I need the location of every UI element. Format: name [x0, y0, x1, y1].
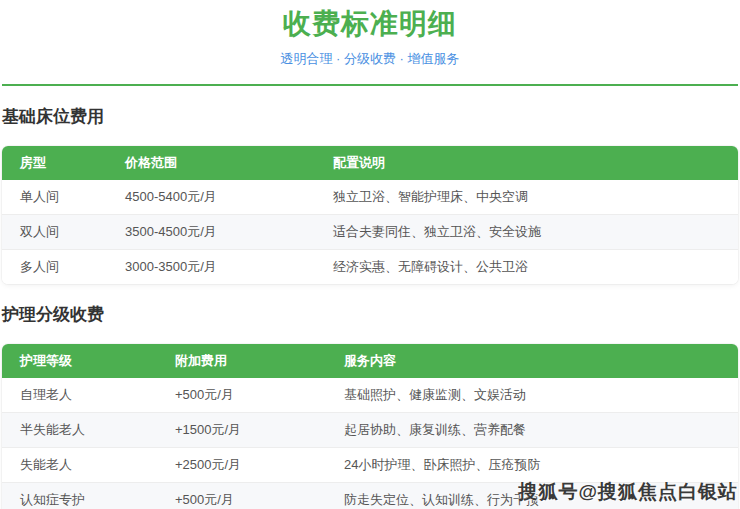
cell-extra-fee: +500元/月: [157, 378, 326, 412]
section-title-nursing-fees: 护理分级收费: [2, 306, 738, 323]
table-row: 自理老人 +500元/月 基础照护、健康监测、文娱活动: [2, 378, 738, 412]
cell-price-range: 3500-4500元/月: [107, 214, 315, 249]
cell-extra-fee: +2500元/月: [157, 447, 326, 482]
cell-care-level: 认知症专护: [2, 482, 157, 509]
cell-services: 基础照护、健康监测、文娱活动: [326, 378, 738, 412]
cell-price-range: 4500-5400元/月: [107, 180, 315, 214]
cell-extra-fee: +500元/月: [157, 482, 326, 509]
column-header-care-level: 护理等级: [2, 344, 157, 378]
cell-config: 独立卫浴、智能护理床、中央空调: [315, 180, 738, 214]
cell-room-type: 多人间: [2, 249, 107, 284]
cell-price-range: 3000-3500元/月: [107, 249, 315, 284]
page-header: 收费标准明细 透明合理 · 分级收费 · 增值服务: [2, 0, 738, 66]
column-header-services: 服务内容: [326, 344, 738, 378]
column-header-price-range: 价格范围: [107, 146, 315, 180]
cell-config: 适合夫妻同住、独立卫浴、安全设施: [315, 214, 738, 249]
table-header-row: 护理等级 附加费用 服务内容: [2, 344, 738, 378]
table-row: 半失能老人 +1500元/月 起居协助、康复训练、营养配餐: [2, 412, 738, 447]
column-header-room-type: 房型: [2, 146, 107, 180]
cell-care-level: 自理老人: [2, 378, 157, 412]
table-row: 认知症专护 +500元/月 防走失定位、认知训练、行为干预: [2, 482, 738, 509]
nursing-fees-table: 护理等级 附加费用 服务内容 自理老人 +500元/月 基础照护、健康监测、文娱…: [2, 344, 738, 509]
section-title-bed-fees: 基础床位费用: [2, 108, 738, 125]
bed-fees-table: 房型 价格范围 配置说明 单人间 4500-5400元/月 独立卫浴、智能护理床…: [2, 146, 738, 284]
table-row: 单人间 4500-5400元/月 独立卫浴、智能护理床、中央空调: [2, 180, 738, 214]
cell-room-type: 双人间: [2, 214, 107, 249]
cell-config: 经济实惠、无障碍设计、公共卫浴: [315, 249, 738, 284]
page-title: 收费标准明细: [2, 0, 738, 40]
cell-care-level: 半失能老人: [2, 412, 157, 447]
column-header-extra-fee: 附加费用: [157, 344, 326, 378]
cell-extra-fee: +1500元/月: [157, 412, 326, 447]
table-header-row: 房型 价格范围 配置说明: [2, 146, 738, 180]
page-subtitle: 透明合理 · 分级收费 · 增值服务: [2, 52, 738, 66]
table-row: 失能老人 +2500元/月 24小时护理、卧床照护、压疮预防: [2, 447, 738, 482]
table-row: 多人间 3000-3500元/月 经济实惠、无障碍设计、公共卫浴: [2, 249, 738, 284]
cell-care-level: 失能老人: [2, 447, 157, 482]
cell-services: 防走失定位、认知训练、行为干预: [326, 482, 738, 509]
fee-schedule-page: 收费标准明细 透明合理 · 分级收费 · 增值服务 基础床位费用 房型 价格范围…: [0, 0, 740, 509]
table-row: 双人间 3500-4500元/月 适合夫妻同住、独立卫浴、安全设施: [2, 214, 738, 249]
cell-services: 24小时护理、卧床照护、压疮预防: [326, 447, 738, 482]
column-header-config: 配置说明: [315, 146, 738, 180]
green-divider: [2, 84, 738, 86]
cell-room-type: 单人间: [2, 180, 107, 214]
cell-services: 起居协助、康复训练、营养配餐: [326, 412, 738, 447]
